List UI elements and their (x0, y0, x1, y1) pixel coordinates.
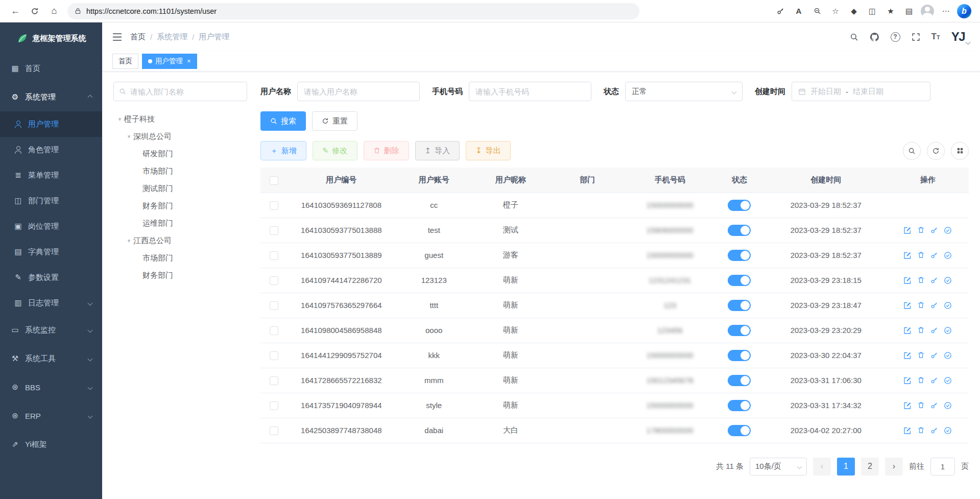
reset-password-icon[interactable] (930, 376, 938, 385)
refresh-icon[interactable] (27, 3, 43, 19)
sidebar-item-tool[interactable]: ⚒系统工具 (0, 344, 102, 373)
edit-row-icon[interactable] (903, 326, 912, 335)
select-all-checkbox[interactable] (270, 176, 278, 185)
assign-role-icon[interactable] (944, 326, 952, 335)
toggle-search-icon[interactable] (903, 142, 921, 160)
sidebar-item-user[interactable]: 用户管理 (0, 111, 102, 137)
tree-node[interactable]: 运维部门 (113, 215, 247, 232)
row-checkbox[interactable] (270, 426, 278, 435)
collapse-sidebar-icon[interactable] (112, 33, 122, 41)
delete-row-icon[interactable] (917, 251, 925, 259)
row-checkbox[interactable] (270, 301, 278, 310)
row-checkbox[interactable] (270, 201, 278, 210)
status-toggle[interactable] (728, 375, 751, 386)
reset-password-icon[interactable] (930, 226, 938, 234)
import-button[interactable]: ↥ 导入 (415, 141, 460, 160)
edit-row-icon[interactable] (903, 426, 912, 435)
delete-button[interactable]: 删除 (364, 141, 409, 160)
zoom-icon[interactable] (808, 3, 826, 19)
status-select[interactable]: 正常 (625, 82, 743, 101)
copilot-icon[interactable]: b (955, 3, 973, 19)
favorites-bar-icon[interactable]: ★ (882, 3, 899, 19)
sidebar-item-role[interactable]: 角色管理 (0, 137, 102, 162)
profile-avatar[interactable] (919, 3, 936, 19)
edit-row-icon[interactable] (903, 276, 912, 284)
sidebar-item-dict[interactable]: ▤字典管理 (0, 239, 102, 265)
assign-role-icon[interactable] (944, 401, 952, 410)
breadcrumb-item[interactable]: 首页 (130, 32, 146, 42)
edit-row-icon[interactable] (903, 226, 912, 234)
refresh-table-icon[interactable] (927, 142, 945, 160)
add-button[interactable]: ＋ 新增 (260, 141, 306, 160)
assign-role-icon[interactable] (944, 376, 952, 385)
status-toggle[interactable] (728, 225, 751, 236)
delete-row-icon[interactable] (917, 226, 925, 234)
reset-password-icon[interactable] (930, 276, 938, 284)
row-checkbox[interactable] (270, 251, 278, 260)
close-icon[interactable]: × (187, 57, 191, 65)
reset-password-icon[interactable] (930, 401, 938, 410)
row-checkbox[interactable] (270, 326, 278, 335)
delete-row-icon[interactable] (917, 301, 925, 310)
assign-role-icon[interactable] (944, 426, 952, 435)
sidebar-item-param[interactable]: ✎参数设置 (0, 265, 102, 290)
delete-row-icon[interactable] (917, 401, 925, 410)
delete-row-icon[interactable] (917, 376, 925, 385)
app-logo[interactable]: 意框架管理系统 (0, 22, 102, 54)
tree-node[interactable]: 测试部门 (113, 180, 247, 197)
tree-node[interactable]: ▾橙子科技 (113, 110, 247, 128)
reset-button[interactable]: 重置 (312, 111, 357, 131)
home-icon[interactable]: ⌂ (46, 3, 62, 19)
phone-input[interactable] (469, 82, 591, 101)
column-settings-icon[interactable] (951, 142, 969, 160)
username-input[interactable] (297, 82, 420, 101)
edit-row-icon[interactable] (903, 301, 912, 310)
sidebar-item-erp[interactable]: ⊛ERP (0, 401, 102, 430)
edit-row-icon[interactable] (903, 351, 912, 360)
page-size-select[interactable]: 10条/页 (750, 458, 807, 476)
status-toggle[interactable] (728, 325, 751, 336)
dept-search-input[interactable] (130, 87, 242, 96)
caret-down-icon[interactable]: ▾ (115, 116, 124, 123)
delete-row-icon[interactable] (917, 276, 925, 284)
tree-node[interactable]: ▾江西总公司 (113, 232, 247, 249)
tab-用户管理[interactable]: 用户管理× (142, 54, 197, 69)
goto-page-input[interactable] (930, 458, 955, 476)
tab-首页[interactable]: 首页 (112, 54, 138, 69)
row-checkbox[interactable] (270, 276, 278, 285)
reset-password-icon[interactable] (930, 301, 938, 310)
edit-row-icon[interactable] (903, 401, 912, 410)
sidebar-item-log[interactable]: ▥日志管理 (0, 290, 102, 316)
delete-row-icon[interactable] (917, 326, 925, 335)
row-checkbox[interactable] (270, 376, 278, 385)
favorites-add-icon[interactable]: ☆ (827, 3, 844, 19)
prev-page-button[interactable]: ‹ (813, 458, 831, 476)
collections-icon[interactable]: ▤ (900, 3, 918, 19)
sidebar-item-bbs[interactable]: ⊛BBS (0, 373, 102, 401)
sidebar-item-system[interactable]: ⚙系统管理 (0, 83, 102, 111)
status-toggle[interactable] (728, 350, 751, 361)
tree-node[interactable]: ▾深圳总公司 (113, 128, 247, 145)
status-toggle[interactable] (728, 275, 751, 286)
status-toggle[interactable] (728, 200, 751, 211)
edit-button[interactable]: ✎ 修改 (313, 141, 357, 160)
fullscreen-icon[interactable] (912, 33, 920, 41)
delete-row-icon[interactable] (917, 351, 925, 360)
assign-role-icon[interactable] (944, 276, 952, 284)
delete-row-icon[interactable] (917, 426, 925, 435)
sidebar-item-dept[interactable]: ◫部门管理 (0, 188, 102, 213)
caret-down-icon[interactable]: ▾ (125, 237, 133, 244)
date-range-picker[interactable]: 开始日期 - 结束日期 (792, 82, 930, 101)
address-bar[interactable]: https://ccnetcore.com:1101/system/user (67, 3, 639, 19)
assign-role-icon[interactable] (944, 301, 952, 310)
tree-node[interactable]: 财务部门 (113, 267, 247, 284)
sidebar-item-monitor[interactable]: ▭系统监控 (0, 316, 102, 344)
assign-role-icon[interactable] (944, 251, 952, 259)
export-button[interactable]: ↧ 导出 (466, 141, 511, 160)
reset-password-icon[interactable] (930, 251, 938, 259)
row-checkbox[interactable] (270, 226, 278, 235)
assign-role-icon[interactable] (944, 226, 952, 234)
edit-row-icon[interactable] (903, 251, 912, 259)
search-button[interactable]: 搜索 (260, 111, 306, 131)
user-avatar-logo[interactable]: YJ (951, 30, 970, 44)
